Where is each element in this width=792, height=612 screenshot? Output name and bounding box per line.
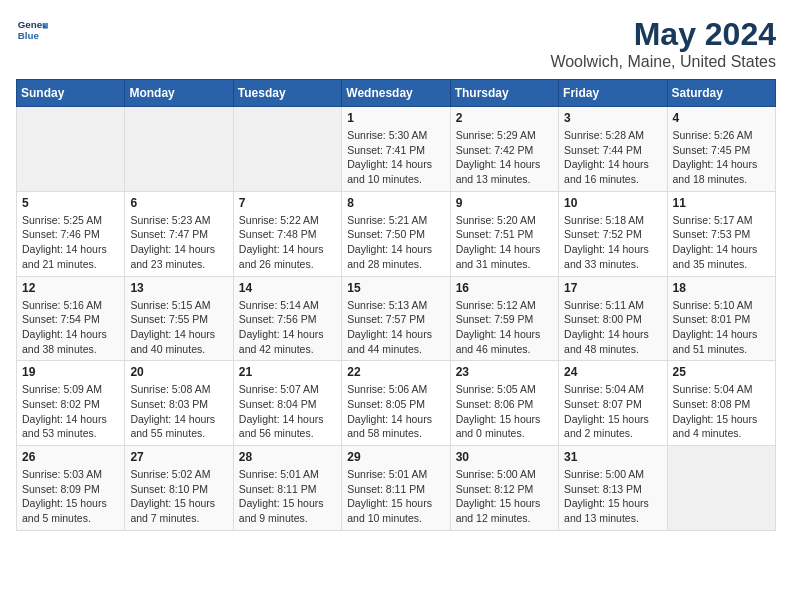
calendar-cell: 14Sunrise: 5:14 AM Sunset: 7:56 PM Dayli… [233,276,341,361]
day-number: 19 [22,365,119,379]
subtitle: Woolwich, Maine, United States [550,53,776,71]
cell-info: Sunrise: 5:05 AM Sunset: 8:06 PM Dayligh… [456,382,553,441]
page-header: General Blue May 2024 Woolwich, Maine, U… [16,16,776,71]
day-number: 28 [239,450,336,464]
calendar-cell: 1Sunrise: 5:30 AM Sunset: 7:41 PM Daylig… [342,107,450,192]
cell-info: Sunrise: 5:11 AM Sunset: 8:00 PM Dayligh… [564,298,661,357]
calendar-cell: 26Sunrise: 5:03 AM Sunset: 8:09 PM Dayli… [17,446,125,531]
cell-info: Sunrise: 5:22 AM Sunset: 7:48 PM Dayligh… [239,213,336,272]
cell-info: Sunrise: 5:12 AM Sunset: 7:59 PM Dayligh… [456,298,553,357]
cell-info: Sunrise: 5:23 AM Sunset: 7:47 PM Dayligh… [130,213,227,272]
cell-info: Sunrise: 5:03 AM Sunset: 8:09 PM Dayligh… [22,467,119,526]
day-number: 6 [130,196,227,210]
calendar-cell: 9Sunrise: 5:20 AM Sunset: 7:51 PM Daylig… [450,191,558,276]
calendar-cell: 3Sunrise: 5:28 AM Sunset: 7:44 PM Daylig… [559,107,667,192]
cell-info: Sunrise: 5:00 AM Sunset: 8:13 PM Dayligh… [564,467,661,526]
cell-info: Sunrise: 5:04 AM Sunset: 8:08 PM Dayligh… [673,382,770,441]
calendar-cell: 24Sunrise: 5:04 AM Sunset: 8:07 PM Dayli… [559,361,667,446]
day-header-saturday: Saturday [667,80,775,107]
day-number: 13 [130,281,227,295]
calendar-cell: 30Sunrise: 5:00 AM Sunset: 8:12 PM Dayli… [450,446,558,531]
calendar-cell: 12Sunrise: 5:16 AM Sunset: 7:54 PM Dayli… [17,276,125,361]
day-number: 11 [673,196,770,210]
cell-info: Sunrise: 5:02 AM Sunset: 8:10 PM Dayligh… [130,467,227,526]
cell-info: Sunrise: 5:29 AM Sunset: 7:42 PM Dayligh… [456,128,553,187]
day-number: 4 [673,111,770,125]
day-number: 9 [456,196,553,210]
day-number: 12 [22,281,119,295]
week-row-5: 26Sunrise: 5:03 AM Sunset: 8:09 PM Dayli… [17,446,776,531]
cell-info: Sunrise: 5:08 AM Sunset: 8:03 PM Dayligh… [130,382,227,441]
calendar-cell: 4Sunrise: 5:26 AM Sunset: 7:45 PM Daylig… [667,107,775,192]
calendar-cell: 28Sunrise: 5:01 AM Sunset: 8:11 PM Dayli… [233,446,341,531]
cell-info: Sunrise: 5:10 AM Sunset: 8:01 PM Dayligh… [673,298,770,357]
cell-info: Sunrise: 5:13 AM Sunset: 7:57 PM Dayligh… [347,298,444,357]
cell-info: Sunrise: 5:17 AM Sunset: 7:53 PM Dayligh… [673,213,770,272]
calendar-cell: 23Sunrise: 5:05 AM Sunset: 8:06 PM Dayli… [450,361,558,446]
day-header-monday: Monday [125,80,233,107]
day-number: 2 [456,111,553,125]
calendar-cell [233,107,341,192]
calendar-cell: 11Sunrise: 5:17 AM Sunset: 7:53 PM Dayli… [667,191,775,276]
calendar-cell: 31Sunrise: 5:00 AM Sunset: 8:13 PM Dayli… [559,446,667,531]
logo-icon: General Blue [16,16,48,48]
day-number: 5 [22,196,119,210]
calendar-cell: 17Sunrise: 5:11 AM Sunset: 8:00 PM Dayli… [559,276,667,361]
day-number: 16 [456,281,553,295]
day-number: 18 [673,281,770,295]
day-header-thursday: Thursday [450,80,558,107]
cell-info: Sunrise: 5:09 AM Sunset: 8:02 PM Dayligh… [22,382,119,441]
day-number: 10 [564,196,661,210]
cell-info: Sunrise: 5:04 AM Sunset: 8:07 PM Dayligh… [564,382,661,441]
cell-info: Sunrise: 5:16 AM Sunset: 7:54 PM Dayligh… [22,298,119,357]
calendar-cell: 15Sunrise: 5:13 AM Sunset: 7:57 PM Dayli… [342,276,450,361]
day-number: 8 [347,196,444,210]
day-number: 17 [564,281,661,295]
cell-info: Sunrise: 5:01 AM Sunset: 8:11 PM Dayligh… [347,467,444,526]
day-number: 30 [456,450,553,464]
week-row-1: 1Sunrise: 5:30 AM Sunset: 7:41 PM Daylig… [17,107,776,192]
cell-info: Sunrise: 5:25 AM Sunset: 7:46 PM Dayligh… [22,213,119,272]
day-number: 20 [130,365,227,379]
cell-info: Sunrise: 5:18 AM Sunset: 7:52 PM Dayligh… [564,213,661,272]
calendar-cell: 22Sunrise: 5:06 AM Sunset: 8:05 PM Dayli… [342,361,450,446]
day-number: 21 [239,365,336,379]
calendar-cell: 21Sunrise: 5:07 AM Sunset: 8:04 PM Dayli… [233,361,341,446]
calendar-cell: 7Sunrise: 5:22 AM Sunset: 7:48 PM Daylig… [233,191,341,276]
calendar-cell: 8Sunrise: 5:21 AM Sunset: 7:50 PM Daylig… [342,191,450,276]
main-title: May 2024 [550,16,776,53]
calendar-cell: 29Sunrise: 5:01 AM Sunset: 8:11 PM Dayli… [342,446,450,531]
calendar-cell: 18Sunrise: 5:10 AM Sunset: 8:01 PM Dayli… [667,276,775,361]
cell-info: Sunrise: 5:26 AM Sunset: 7:45 PM Dayligh… [673,128,770,187]
cell-info: Sunrise: 5:30 AM Sunset: 7:41 PM Dayligh… [347,128,444,187]
day-header-friday: Friday [559,80,667,107]
day-number: 25 [673,365,770,379]
calendar-cell: 6Sunrise: 5:23 AM Sunset: 7:47 PM Daylig… [125,191,233,276]
day-number: 29 [347,450,444,464]
week-row-4: 19Sunrise: 5:09 AM Sunset: 8:02 PM Dayli… [17,361,776,446]
day-number: 22 [347,365,444,379]
calendar-cell: 19Sunrise: 5:09 AM Sunset: 8:02 PM Dayli… [17,361,125,446]
cell-info: Sunrise: 5:20 AM Sunset: 7:51 PM Dayligh… [456,213,553,272]
calendar-cell [125,107,233,192]
calendar-cell: 5Sunrise: 5:25 AM Sunset: 7:46 PM Daylig… [17,191,125,276]
week-row-3: 12Sunrise: 5:16 AM Sunset: 7:54 PM Dayli… [17,276,776,361]
cell-info: Sunrise: 5:01 AM Sunset: 8:11 PM Dayligh… [239,467,336,526]
calendar-cell [17,107,125,192]
day-number: 3 [564,111,661,125]
day-header-tuesday: Tuesday [233,80,341,107]
week-row-2: 5Sunrise: 5:25 AM Sunset: 7:46 PM Daylig… [17,191,776,276]
calendar-cell: 13Sunrise: 5:15 AM Sunset: 7:55 PM Dayli… [125,276,233,361]
calendar-cell: 10Sunrise: 5:18 AM Sunset: 7:52 PM Dayli… [559,191,667,276]
calendar-cell [667,446,775,531]
day-header-wednesday: Wednesday [342,80,450,107]
logo: General Blue [16,16,48,48]
day-number: 23 [456,365,553,379]
day-number: 7 [239,196,336,210]
cell-info: Sunrise: 5:00 AM Sunset: 8:12 PM Dayligh… [456,467,553,526]
cell-info: Sunrise: 5:28 AM Sunset: 7:44 PM Dayligh… [564,128,661,187]
day-number: 27 [130,450,227,464]
day-header-sunday: Sunday [17,80,125,107]
calendar-cell: 16Sunrise: 5:12 AM Sunset: 7:59 PM Dayli… [450,276,558,361]
calendar-cell: 20Sunrise: 5:08 AM Sunset: 8:03 PM Dayli… [125,361,233,446]
